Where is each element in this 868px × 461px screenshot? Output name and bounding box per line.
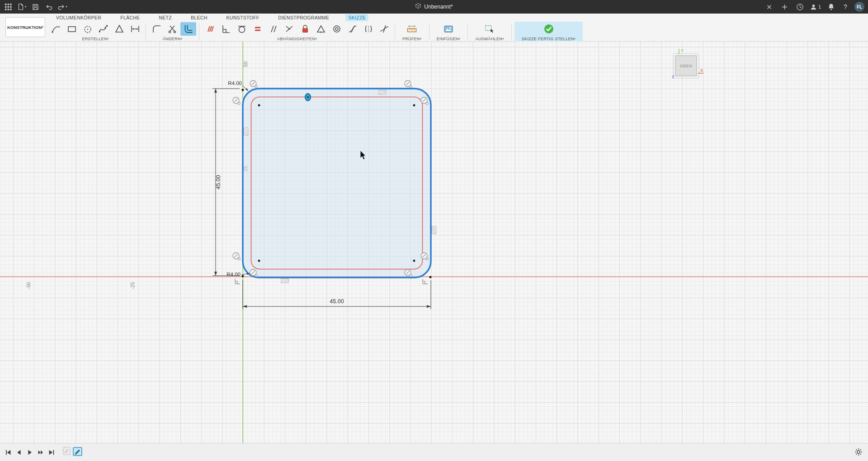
sketch-point[interactable] [258, 104, 260, 107]
group-label-einfuegen[interactable]: EINFÜGEN [437, 36, 461, 42]
viewcube-axis-x: X [700, 68, 703, 73]
sketch-point[interactable] [258, 260, 260, 262]
settings-gear-icon[interactable] [854, 448, 863, 458]
parallel-constraint-badge[interactable] [281, 279, 288, 283]
concentric-icon[interactable] [329, 22, 344, 36]
help-icon[interactable]: ? [841, 3, 850, 10]
fix-lock-icon[interactable] [297, 22, 313, 36]
line-icon[interactable] [48, 22, 64, 36]
timeline-fast-forward-icon[interactable] [36, 448, 45, 457]
dimension-height-label[interactable]: 45.00 [215, 175, 222, 189]
sketch-canvas[interactable]: 50 25 -25 -50 [0, 42, 868, 443]
collaboration-indicator[interactable]: 1 [810, 4, 821, 10]
tab-kunststoff[interactable]: KUNSTSTOFF [224, 14, 262, 21]
tangent-constraint-badge[interactable] [250, 80, 257, 88]
redo-icon[interactable]: ▾ [57, 1, 68, 12]
fillet-icon[interactable] [149, 22, 165, 36]
save-icon[interactable] [30, 1, 41, 12]
tab-blech[interactable]: BLECH [188, 14, 210, 21]
spline-icon[interactable] [95, 22, 111, 36]
group-pruefen: PRÜFEN [398, 22, 426, 42]
tab-skizze[interactable]: SKIZZE [345, 14, 368, 21]
symmetry-icon[interactable] [360, 22, 376, 36]
dimension-icon[interactable] [127, 22, 143, 36]
tab-volumenkoerper[interactable]: VOLUMENKÖRPER [53, 14, 104, 21]
parallel-constraint-badge[interactable] [244, 128, 248, 135]
polygon-icon[interactable] [111, 22, 127, 36]
group-label-aendern[interactable]: ÄNDERN [163, 36, 183, 42]
divider [511, 23, 512, 40]
avatar[interactable]: FL [854, 2, 864, 12]
viewcube[interactable]: OBEN Y X Z [672, 48, 703, 79]
job-status-icon[interactable] [795, 1, 806, 12]
timeline-skip-end-icon[interactable] [47, 448, 56, 457]
sketch-outer-profile[interactable] [243, 89, 431, 278]
parallel-constraint-badge[interactable] [379, 90, 386, 94]
rectangle-icon[interactable] [64, 22, 80, 36]
timeline-sketch-feature-icon[interactable] [72, 446, 83, 459]
sketch-point[interactable] [413, 260, 415, 262]
horizontal-dimension[interactable] [243, 280, 431, 309]
new-tab-icon[interactable] [779, 1, 790, 12]
midpoint-icon[interactable] [313, 22, 329, 36]
group-label-finish-sketch[interactable]: SKIZZE FERTIG STELLEN [522, 36, 576, 42]
divider [146, 23, 146, 40]
group-label-abhaengigkeiten[interactable]: ABHÄNGIGKEITEN [277, 36, 317, 42]
tangent-constraint-badge[interactable] [233, 253, 240, 260]
finish-sketch-icon[interactable] [541, 22, 557, 36]
group-einfuegen: EINFÜGEN [432, 22, 465, 42]
tangent-constraint-badge[interactable] [405, 80, 412, 88]
group-label-pruefen[interactable]: PRÜFEN [402, 36, 422, 42]
tab-flaeche[interactable]: FLÄCHE [118, 14, 142, 21]
group-abhaengigkeiten: ABHÄNGIGKEITEN [202, 22, 392, 42]
sketch-point[interactable] [429, 276, 432, 278]
curvature-icon[interactable] [344, 22, 360, 36]
smooth-icon[interactable] [376, 22, 392, 36]
dimension-width-label[interactable]: 45.00 [330, 298, 344, 305]
undo-icon[interactable] [43, 1, 54, 12]
timeline-step-back-icon[interactable] [14, 448, 24, 457]
close-tab-icon[interactable] [764, 1, 775, 12]
caret-icon: ▾ [66, 5, 67, 9]
divider [429, 23, 429, 40]
radius-bottom-label[interactable]: R4.00 [226, 272, 241, 277]
group-label-erstellen[interactable]: ERSTELLEN [82, 36, 108, 42]
timeline-position-marker[interactable] [62, 447, 71, 458]
sketch-point[interactable] [242, 275, 244, 278]
viewcube-face-label: OBEN [680, 64, 693, 68]
notification-bell-icon[interactable] [826, 1, 836, 12]
tangent-icon[interactable] [234, 22, 250, 36]
selected-sketch-point[interactable] [305, 94, 311, 101]
offset-icon[interactable] [180, 22, 196, 36]
insert-image-icon[interactable] [441, 22, 457, 36]
tangent-constraint-badge[interactable] [233, 97, 240, 104]
construction-dropdown[interactable]: KONSTRUKTION [5, 17, 45, 37]
sketch-point[interactable] [242, 89, 244, 91]
circle-icon[interactable] [80, 22, 95, 36]
radius-top-label[interactable]: R4.00 [228, 80, 242, 86]
ribbon-tab-row: VOLUMENKÖRPER FLÄCHE NETZ BLECH KUNSTSTO… [0, 14, 868, 22]
tab-dienstprogramme[interactable]: DIENSTPROGRAMME [275, 14, 332, 21]
sketch-point[interactable] [413, 104, 415, 107]
caret-icon: ▾ [25, 5, 27, 9]
group-label-auswaehlen[interactable]: AUSWÄHLEN [475, 36, 504, 42]
perpendicular-icon[interactable] [218, 22, 234, 36]
timeline-skip-start-icon[interactable] [4, 448, 13, 457]
horizontal-vertical-icon[interactable] [202, 22, 218, 36]
select-icon[interactable] [482, 22, 498, 36]
perpendicular-constraint-badge[interactable] [235, 279, 240, 284]
timeline-play-icon[interactable] [25, 448, 34, 457]
divider [199, 23, 199, 40]
tab-netz[interactable]: NETZ [156, 14, 175, 21]
parallel-icon[interactable] [265, 22, 281, 36]
coincident-icon[interactable] [281, 22, 297, 36]
grid-label-minus50: -50 [26, 282, 31, 289]
app-grid-icon[interactable] [3, 1, 14, 12]
file-menu-icon[interactable]: ▾ [16, 1, 27, 12]
group-erstellen: ERSTELLEN [48, 22, 143, 42]
equal-icon[interactable] [250, 22, 265, 36]
parallel-constraint-badge[interactable] [432, 226, 436, 234]
perpendicular-constraint-badge[interactable] [423, 279, 428, 284]
trim-icon[interactable] [165, 22, 180, 36]
measure-icon[interactable] [404, 22, 420, 36]
